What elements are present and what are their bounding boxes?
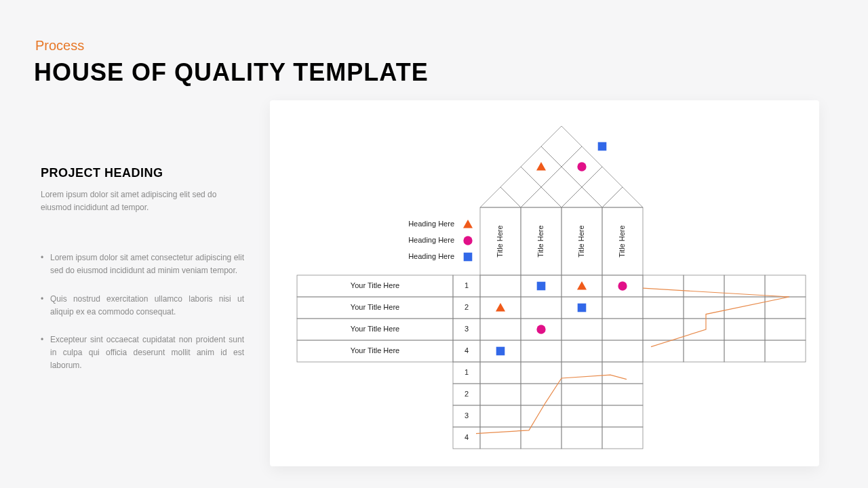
svg-rect-97 [521,405,561,427]
svg-rect-77 [765,319,806,340]
bullet-item: Lorem ipsum dolor sit amet consectetur a… [41,251,244,277]
svg-rect-93 [602,384,643,405]
svg-rect-32 [537,282,546,291]
svg-rect-70 [643,297,684,319]
sidebar: PROJECT HEADING Lorem ipsum dolor sit am… [41,166,244,388]
svg-text:Title Here: Title Here [577,225,585,257]
diagram-canvas: Your Title Here1Your Title Here2Your Tit… [270,100,819,466]
svg-point-37 [536,325,545,333]
kicker: Process [35,38,84,54]
svg-rect-31 [602,340,643,362]
svg-rect-76 [724,319,765,340]
svg-text:Title Here: Title Here [496,225,504,257]
svg-text:3: 3 [465,411,469,420]
svg-rect-4 [480,275,521,297]
svg-rect-20 [480,319,521,340]
svg-text:1: 1 [465,281,469,289]
svg-rect-105 [602,427,643,449]
svg-rect-71 [684,297,724,319]
svg-rect-36 [578,304,587,312]
svg-text:1: 1 [465,368,469,376]
svg-text:Your Title Here: Your Title Here [351,325,399,333]
svg-rect-15 [602,297,643,319]
svg-rect-80 [724,340,765,362]
svg-rect-81 [765,340,806,362]
svg-rect-69 [765,275,806,297]
slide-root: Process HOUSE OF QUALITY TEMPLATE PROJEC… [0,0,868,488]
svg-text:Heading Here: Heading Here [408,252,454,260]
svg-text:Your Title Here: Your Title Here [351,346,399,354]
bullet-item: Excepteur sint occaecat cupidatat non pr… [41,333,244,373]
svg-rect-87 [602,362,643,384]
svg-rect-72 [724,297,765,319]
project-heading: PROJECT HEADING [41,166,244,180]
svg-text:Heading Here: Heading Here [408,220,454,228]
svg-rect-13 [521,297,561,319]
svg-rect-38 [496,347,505,356]
svg-rect-90 [480,384,521,405]
svg-marker-59 [582,167,623,207]
svg-point-50 [463,236,472,245]
bullet-list: Lorem ipsum dolor sit amet consectetur a… [41,251,244,372]
svg-point-65 [577,162,586,171]
svg-rect-29 [521,340,561,362]
svg-rect-66 [643,275,684,297]
svg-rect-75 [684,319,724,340]
svg-marker-35 [496,303,505,312]
svg-text:Title Here: Title Here [618,225,626,257]
svg-rect-22 [561,319,602,340]
svg-rect-98 [561,405,602,427]
svg-marker-33 [577,281,587,290]
svg-marker-62 [541,126,582,167]
svg-rect-86 [561,362,602,384]
svg-text:4: 4 [465,433,469,441]
svg-marker-64 [536,162,546,171]
svg-text:3: 3 [465,325,469,333]
bullet-item: Quis nostrud exercitation ullamco labori… [41,293,244,319]
svg-rect-23 [602,319,643,340]
svg-rect-99 [602,405,643,427]
svg-rect-67 [684,275,724,297]
svg-rect-79 [684,340,724,362]
svg-rect-92 [561,384,602,405]
project-lead: Lorem ipsum dolor sit amet adipiscing el… [41,188,244,214]
svg-marker-54 [521,187,561,207]
svg-marker-56 [602,187,643,207]
svg-rect-102 [480,427,521,449]
svg-marker-58 [541,167,582,207]
svg-text:2: 2 [465,390,469,398]
svg-text:2: 2 [465,303,469,311]
svg-rect-84 [480,362,521,384]
page-title: HOUSE OF QUALITY TEMPLATE [34,58,429,87]
svg-text:Your Title Here: Your Title Here [351,303,399,311]
svg-text:Heading Here: Heading Here [408,236,454,244]
svg-text:Your Title Here: Your Title Here [351,281,399,289]
svg-rect-74 [643,319,684,340]
svg-marker-53 [480,187,521,207]
svg-rect-30 [561,340,602,362]
svg-rect-104 [561,427,602,449]
svg-marker-48 [463,220,473,228]
svg-text:4: 4 [465,346,469,354]
svg-rect-73 [765,297,806,319]
svg-marker-57 [500,167,541,207]
svg-rect-96 [480,405,521,427]
svg-rect-52 [464,253,473,262]
svg-point-34 [618,281,627,290]
svg-rect-85 [521,362,561,384]
svg-marker-55 [561,187,602,207]
svg-rect-63 [598,142,607,151]
svg-text:Title Here: Title Here [536,225,545,257]
svg-rect-78 [643,340,684,362]
